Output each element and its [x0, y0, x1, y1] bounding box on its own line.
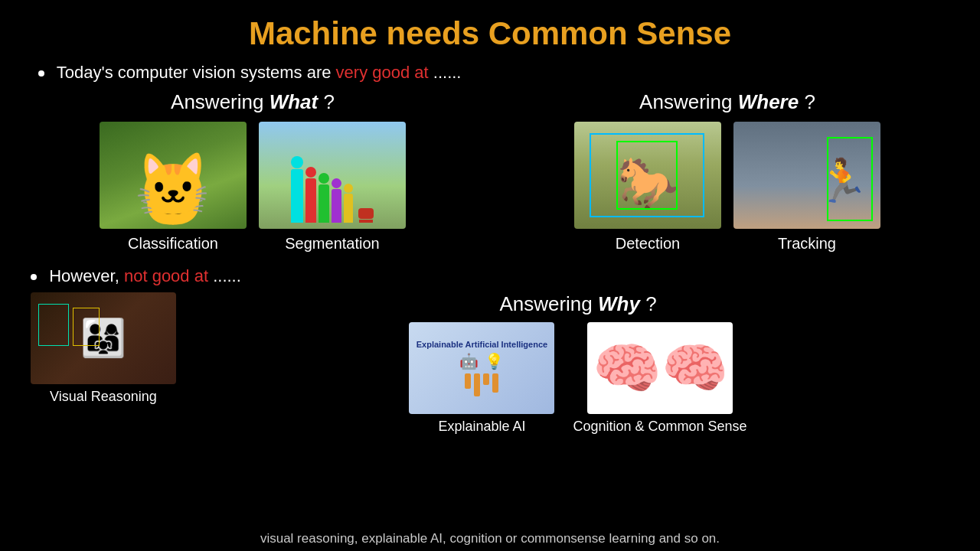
- tracking-container: 🏃: [733, 122, 880, 229]
- answering-where-title: Answering Where ?: [639, 90, 815, 114]
- body-3: [318, 184, 329, 223]
- cognition-image: 🧠: [587, 322, 733, 414]
- answering-why-title: Answering Why ?: [499, 292, 656, 316]
- classification-label: Classification: [128, 235, 218, 253]
- answering-what-title: Answering What ?: [171, 90, 335, 114]
- tracking-image: 🏃: [733, 122, 880, 229]
- visual-reasoning-container: 👨‍👩‍👧 Visual Reasoning: [31, 292, 176, 405]
- body-1: [291, 169, 303, 223]
- answering-where-prefix: Answering: [639, 90, 738, 113]
- cognition-label: Cognition & Common Sense: [573, 419, 746, 435]
- animal-body: [358, 208, 374, 219]
- xai-icon-2: 💡: [485, 352, 504, 370]
- where-images-row: 🐎 Detection 🏃 Tracki: [574, 122, 880, 253]
- cat-emoji: 🐱: [139, 171, 207, 226]
- vr-box-1: [38, 304, 69, 346]
- segmentation-card: Segmentation: [259, 122, 406, 253]
- classification-card: 🐱 Classification: [100, 122, 247, 253]
- what-group: Answering What ? 🐱 Classification: [31, 90, 475, 253]
- head-4: [332, 178, 341, 188]
- xai-inner: Explainable Artificial Intelligence 🤖 💡: [409, 322, 554, 414]
- xai-title-text: Explainable Artificial Intelligence: [416, 340, 547, 349]
- slide-title: Machine needs Common Sense: [31, 15, 949, 52]
- xai-image: Explainable Artificial Intelligence 🤖 💡: [409, 322, 554, 414]
- vr-inner: 👨‍👩‍👧: [31, 292, 176, 384]
- what-images-row: 🐱 Classification: [100, 122, 406, 253]
- tracking-box: [827, 137, 873, 221]
- head-1: [291, 156, 303, 168]
- answering-what-prefix: Answering: [171, 90, 270, 113]
- vr-box-2: [73, 308, 100, 346]
- cognition-container: 🧠 Cognition & Common Sense: [573, 322, 746, 435]
- body-4: [332, 189, 341, 223]
- segmentation-label: Segmentation: [285, 235, 379, 253]
- bullet-1-suffix: ......: [429, 63, 462, 82]
- bullet-1: Today's computer vision systems are very…: [31, 63, 949, 83]
- body-5: [344, 194, 353, 223]
- tracking-label: Tracking: [778, 235, 836, 253]
- xai-icons-row: 🤖 💡: [459, 352, 504, 370]
- bar-4: [492, 373, 498, 393]
- bullet-2-suffix: ......: [208, 266, 241, 285]
- top-columns: Answering What ? 🐱 Classification: [31, 90, 949, 253]
- bullet-2-highlight: not good at: [124, 266, 208, 285]
- person-3: [318, 173, 329, 223]
- head-5: [344, 184, 353, 193]
- what-italic: What: [270, 90, 318, 113]
- bar-2: [474, 373, 480, 396]
- where-suffix: ?: [799, 90, 815, 113]
- classification-image: 🐱: [100, 122, 247, 229]
- person-2: [305, 167, 316, 223]
- bar-1: [465, 373, 471, 389]
- where-italic: Where: [738, 90, 799, 113]
- xai-container: Explainable Artificial Intelligence 🤖 💡: [409, 322, 554, 435]
- bullet-2: However, not good at ......: [31, 266, 949, 286]
- xai-bars: [465, 373, 498, 396]
- slide-caption: visual reasoning, explainable AI, cognit…: [0, 531, 980, 546]
- visual-reasoning-label: Visual Reasoning: [50, 389, 157, 405]
- why-suffix: ?: [640, 292, 657, 315]
- segmentation-image: [259, 122, 406, 229]
- bullet-dot-1: [38, 70, 44, 77]
- why-group: Answering Why ? Explainable Artificial I…: [207, 292, 949, 435]
- tracking-card: 🏃 Tracking: [733, 122, 880, 253]
- bullet-1-prefix: Today's computer vision systems are: [57, 63, 336, 82]
- xai-icon-1: 🤖: [459, 352, 479, 370]
- person-4: [332, 178, 341, 223]
- segmentation-container: [259, 122, 406, 229]
- animal-1: [358, 208, 374, 223]
- detection-card: 🐎 Detection: [574, 122, 721, 253]
- bullet-dot-2: [31, 274, 37, 280]
- detection-container: 🐎: [574, 122, 721, 229]
- why-italic: Why: [598, 292, 640, 315]
- bar-3: [483, 373, 489, 385]
- detection-label: Detection: [616, 235, 681, 253]
- person-1: [291, 156, 303, 223]
- xai-label: Explainable AI: [438, 419, 525, 435]
- bullet-1-highlight: very good at: [336, 63, 429, 82]
- head-2: [305, 167, 316, 178]
- person-5: [344, 184, 353, 223]
- body-2: [305, 178, 316, 223]
- bottom-section: However, not good at ...... 👨‍👩‍👧 Visual…: [31, 266, 949, 435]
- bottom-row: 👨‍👩‍👧 Visual Reasoning Answering Why ?: [31, 292, 949, 435]
- answering-why-prefix: Answering: [499, 292, 598, 315]
- what-suffix: ?: [318, 90, 335, 113]
- animal-legs: [359, 220, 373, 223]
- head-3: [318, 173, 329, 184]
- slide: Machine needs Common Sense Today's compu…: [0, 0, 980, 551]
- detection-box-2: [616, 141, 678, 210]
- why-images-row: Explainable Artificial Intelligence 🤖 💡: [409, 322, 746, 435]
- where-group: Answering Where ? 🐎 Detection: [505, 90, 949, 253]
- detection-image: 🐎: [574, 122, 721, 229]
- visual-reasoning-image: 👨‍👩‍👧: [31, 292, 176, 384]
- bullet-2-prefix: However,: [49, 266, 124, 285]
- brain-emoji: 🧠: [593, 341, 662, 396]
- cog-inner: 🧠: [587, 322, 733, 414]
